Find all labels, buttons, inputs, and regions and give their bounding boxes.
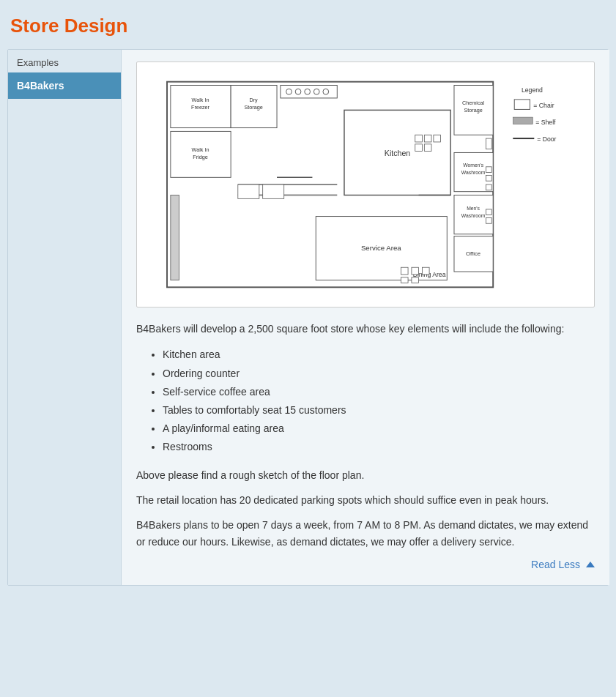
svg-rect-33 <box>412 267 419 275</box>
svg-text:Women's: Women's <box>463 163 483 168</box>
svg-rect-51 <box>486 175 492 181</box>
svg-rect-58 <box>513 117 532 124</box>
list-item: Kitchen area <box>163 346 595 364</box>
list-item: A play/informal eating area <box>163 420 595 438</box>
para2: The retail location has 20 dedicated par… <box>136 492 595 508</box>
main-container: Examples B4Bakers Kitchen Walk In Freeze… <box>7 49 609 586</box>
svg-rect-46 <box>415 144 423 152</box>
svg-text:Freezer: Freezer <box>191 104 210 111</box>
svg-text:Kitchen: Kitchen <box>385 149 411 157</box>
chevron-up-icon <box>586 562 595 567</box>
svg-text:= Shelf: = Shelf <box>535 119 556 126</box>
svg-text:= Chair: = Chair <box>533 102 554 109</box>
svg-rect-54 <box>486 217 492 223</box>
svg-rect-44 <box>424 135 431 142</box>
svg-text:Men's: Men's <box>467 206 480 211</box>
read-less-button[interactable]: Read Less <box>531 559 595 570</box>
read-less-row: Read Less <box>136 559 595 570</box>
svg-text:Fridge: Fridge <box>193 154 208 160</box>
svg-rect-42 <box>263 184 284 198</box>
svg-rect-48 <box>171 195 179 280</box>
svg-rect-35 <box>401 277 408 283</box>
svg-text:Office: Office <box>466 250 480 257</box>
svg-text:Washroom: Washroom <box>461 213 486 218</box>
sidebar-examples-label: Examples <box>8 50 121 72</box>
list-item: Restrooms <box>163 438 595 456</box>
svg-rect-56 <box>514 100 530 110</box>
svg-rect-50 <box>486 167 492 173</box>
list-item: Tables to comfortably seat 15 customers <box>163 401 595 420</box>
svg-text:Walk In: Walk In <box>192 97 209 103</box>
svg-rect-43 <box>415 135 423 142</box>
para3: B4Bakers plans to be open 7 days a week,… <box>136 517 595 550</box>
svg-rect-45 <box>434 135 441 142</box>
svg-rect-41 <box>238 184 259 198</box>
svg-text:Storage: Storage <box>464 107 482 113</box>
floor-plan-container: Kitchen Walk In Freezer Dry Storage Walk… <box>136 61 595 308</box>
svg-rect-36 <box>412 277 419 283</box>
svg-text:Dry: Dry <box>249 97 258 103</box>
svg-text:Storage: Storage <box>244 104 262 111</box>
para1: Above please find a rough sketch of the … <box>136 467 595 483</box>
svg-rect-32 <box>401 267 408 275</box>
bullet-list: Kitchen area Ordering counter Self-servi… <box>136 346 595 456</box>
svg-text:Service Area: Service Area <box>361 244 401 252</box>
description-intro: B4Bakers will develop a 2,500 square foo… <box>136 321 595 337</box>
svg-text:Chemical: Chemical <box>462 100 485 106</box>
svg-text:Legend: Legend <box>522 86 543 94</box>
list-item: Ordering counter <box>163 365 595 383</box>
svg-rect-49 <box>486 138 492 149</box>
floor-plan-svg: Kitchen Walk In Freezer Dry Storage Walk… <box>146 71 585 298</box>
svg-text:Walk In: Walk In <box>192 146 209 153</box>
list-item: Self-service coffee area <box>163 383 595 401</box>
sidebar-item-b4bakers[interactable]: B4Bakers <box>8 72 121 99</box>
svg-rect-47 <box>424 144 431 152</box>
svg-rect-34 <box>422 267 429 275</box>
page-title: Store Design <box>7 7 609 49</box>
sidebar: Examples B4Bakers <box>8 50 122 585</box>
svg-text:Washroom: Washroom <box>461 170 486 175</box>
content-area: Kitchen Walk In Freezer Dry Storage Walk… <box>122 50 609 585</box>
svg-rect-52 <box>486 184 492 190</box>
svg-rect-53 <box>486 209 492 215</box>
read-less-label: Read Less <box>531 559 580 570</box>
svg-text:= Door: = Door <box>537 135 556 143</box>
